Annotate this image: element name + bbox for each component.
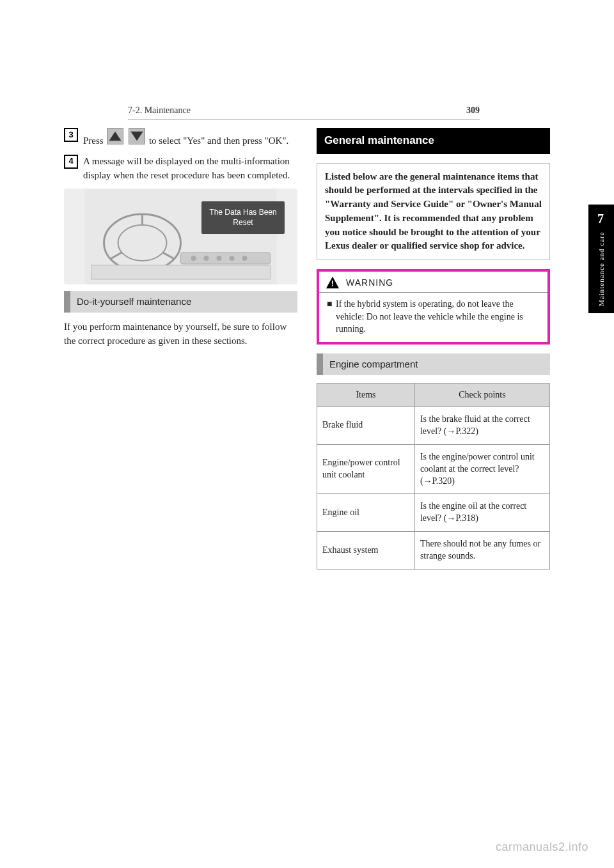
table-check: There should not be any fumes or strange… xyxy=(414,532,549,570)
side-tab-number: 7 xyxy=(598,212,605,226)
breadcrumb: 7-2. Maintenance xyxy=(128,105,191,116)
svg-marker-0 xyxy=(109,132,122,141)
table-row: Brake fluid Is the brake fluid at the co… xyxy=(317,407,550,444)
diy-body-text: If you perform maintenance by yourself, … xyxy=(64,320,297,348)
step-number-4: 4 xyxy=(64,155,78,169)
table-check: Is the engine oil at the correct level? … xyxy=(414,494,549,532)
up-arrow-icon xyxy=(107,128,123,144)
footer-brand: carmanuals2.info xyxy=(496,841,588,854)
table-check: Is the brake fluid at the correct level?… xyxy=(414,407,549,444)
diy-maintenance-heading: Do-it-yourself maintenance xyxy=(64,291,297,313)
table-item: Engine oil xyxy=(317,494,415,532)
step-4-text: A message will be displayed on the multi… xyxy=(83,155,297,183)
table-item: Brake fluid xyxy=(317,407,415,444)
step-3-text: Press to select "Yes" and then press "OK… xyxy=(83,128,297,148)
step-3-text-before: Press xyxy=(83,136,106,146)
table-head-check: Check points xyxy=(414,383,549,407)
step-3-text-after: to select "Yes" and then press "OK". xyxy=(149,136,288,146)
engine-compartment-heading: Engine compartment xyxy=(317,353,550,375)
page-number: 309 xyxy=(466,105,480,116)
svg-point-14 xyxy=(242,256,248,261)
right-column: General maintenance Listed below are the… xyxy=(317,128,550,570)
warning-box: ! WARNING ■ If the hybrid system is oper… xyxy=(317,269,550,345)
intro-box: Listed below are the general maintenance… xyxy=(317,163,550,261)
svg-point-12 xyxy=(217,256,222,261)
side-tab: Maintenance and care 7 xyxy=(588,205,614,313)
content-columns: 3 Press to select "Yes" and then press "… xyxy=(64,128,550,570)
left-column: 3 Press to select "Yes" and then press "… xyxy=(64,128,297,570)
table-row: Engine/power control unit coolant Is the… xyxy=(317,444,550,494)
down-arrow-icon xyxy=(129,128,145,144)
svg-point-10 xyxy=(191,256,196,261)
step-3: 3 Press to select "Yes" and then press "… xyxy=(64,128,297,148)
engine-compartment-table: Items Check points Brake fluid Is the br… xyxy=(317,383,550,570)
table-row: Engine oil Is the engine oil at the corr… xyxy=(317,494,550,532)
warning-title: WARNING xyxy=(346,276,393,289)
step-4: 4 A message will be displayed on the mul… xyxy=(64,155,297,183)
dashboard-illustration: The Data Has Been Reset xyxy=(64,189,297,284)
side-tab-label: Maintenance and care xyxy=(597,231,605,306)
warning-header: ! WARNING xyxy=(319,272,547,293)
warning-body: ■ If the hybrid system is operating, do … xyxy=(319,293,547,342)
svg-text:!: ! xyxy=(331,279,334,289)
step-number-3: 3 xyxy=(64,128,78,142)
table-check: Is the engine/power control unit coolant… xyxy=(414,444,549,494)
svg-point-13 xyxy=(230,256,235,261)
table-item: Exhaust system xyxy=(317,532,415,570)
table-item: Engine/power control unit coolant xyxy=(317,444,415,494)
page: 7-2. Maintenance 309 Maintenance and car… xyxy=(0,0,614,868)
table-row: Exhaust system There should not be any f… xyxy=(317,532,550,570)
warning-triangle-icon: ! xyxy=(326,275,340,290)
svg-rect-8 xyxy=(91,265,271,279)
illustration-display-label: The Data Has Been Reset xyxy=(201,201,285,234)
page-header: 7-2. Maintenance 309 xyxy=(128,105,480,120)
svg-marker-1 xyxy=(131,132,143,141)
bullet-icon: ■ xyxy=(327,298,336,336)
general-maintenance-heading: General maintenance xyxy=(317,128,550,154)
warning-body-text: If the hybrid system is operating, do no… xyxy=(336,298,540,336)
svg-point-11 xyxy=(204,256,209,261)
table-head-items: Items xyxy=(317,383,415,407)
